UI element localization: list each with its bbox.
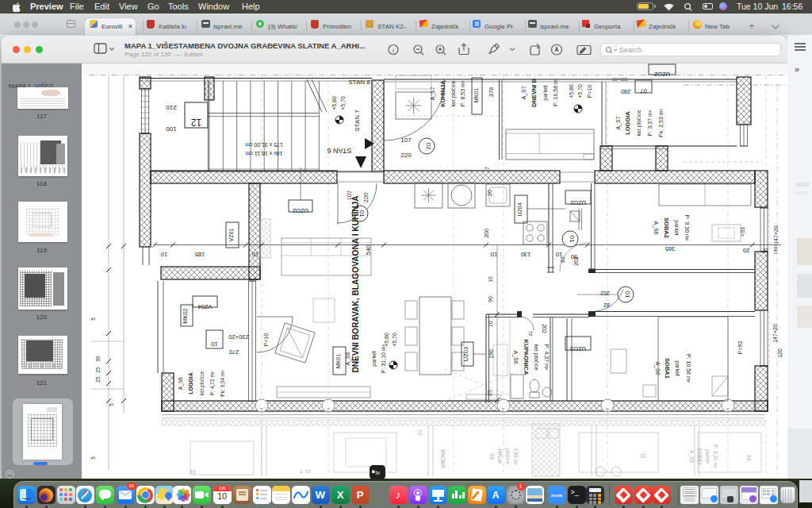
- svg-text:93: 93: [746, 455, 752, 461]
- svg-text:7: 7: [485, 167, 490, 170]
- svg-text:UZ03: UZ03: [462, 347, 469, 361]
- svg-text:4: 4: [605, 406, 609, 414]
- svg-text:147+20: 147+20: [772, 324, 778, 343]
- svg-text:120: 120: [777, 348, 783, 358]
- svg-text:ker.pločice: ker.pločice: [533, 344, 539, 370]
- svg-text:P=10: P=10: [587, 85, 592, 98]
- svg-text:90: 90: [488, 296, 493, 302]
- svg-text:10: 10: [491, 251, 497, 258]
- svg-text:25: 25: [487, 390, 492, 396]
- svg-text:02: 02: [425, 143, 432, 150]
- svg-text:Pk: 2,53 m²: Pk: 2,53 m²: [658, 108, 664, 137]
- svg-text:210: 210: [166, 104, 177, 111]
- svg-text:5: 5: [109, 403, 114, 406]
- svg-text:10: 10: [488, 321, 493, 327]
- svg-text:A_S6: A_S6: [178, 377, 184, 390]
- svg-text:A_S9: A_S9: [688, 450, 695, 463]
- svg-text:72: 72: [528, 331, 533, 337]
- svg-text:A_S6: A_S6: [654, 361, 661, 375]
- svg-text:UZO2: UZO2: [293, 207, 308, 214]
- svg-text:A_S6: A_S6: [512, 350, 519, 364]
- svg-text:330+05: 330+05: [611, 77, 628, 82]
- svg-text:parket: parket: [704, 449, 710, 464]
- svg-text:ker.pločice: ker.pločice: [636, 110, 642, 136]
- svg-text:1: 1: [259, 406, 263, 414]
- svg-text:30: 30: [95, 356, 101, 362]
- svg-text:10: 10: [488, 276, 493, 283]
- svg-text:5: 5: [90, 318, 96, 321]
- svg-text:185: 185: [195, 251, 205, 258]
- svg-text:S9: S9: [489, 453, 495, 460]
- svg-text:UZ04: UZ04: [517, 202, 523, 216]
- svg-text:parket: parket: [673, 220, 680, 236]
- svg-text:07: 07: [640, 87, 646, 94]
- svg-text:MK01: MK01: [473, 88, 479, 102]
- svg-text:220: 220: [400, 152, 412, 159]
- svg-text:LOGGIA: LOGGIA: [188, 372, 193, 394]
- svg-text:STAN 6: STAN 6: [327, 147, 352, 155]
- svg-text:12: 12: [191, 117, 202, 128]
- svg-text:P: 10,58 m²: P: 10,58 m²: [686, 354, 691, 383]
- svg-text:ker.pločice: ker.pločice: [199, 371, 205, 395]
- svg-text:20: 20: [743, 247, 749, 254]
- svg-text:175 x 31,00 cm: 175 x 31,00 cm: [245, 142, 283, 148]
- svg-text:A_S7: A_S7: [430, 87, 436, 100]
- svg-text:+5,70: +5,70: [392, 333, 397, 347]
- svg-text:202: 202: [600, 291, 610, 296]
- svg-text:KUPAONICA: KUPAONICA: [523, 340, 530, 375]
- svg-text:UZO2: UZO2: [570, 199, 586, 206]
- svg-text:HINJA: HINJA: [497, 449, 503, 464]
- svg-text:10: 10: [161, 251, 167, 258]
- svg-text:202: 202: [542, 324, 547, 333]
- svg-text:UZO2: UZO2: [654, 71, 670, 78]
- svg-text:10: 10: [211, 341, 217, 348]
- svg-text:02: 02: [190, 469, 196, 475]
- svg-text:20: 20: [487, 190, 492, 196]
- svg-text:+5,80: +5,80: [331, 96, 337, 110]
- svg-text:3: 3: [501, 406, 505, 414]
- svg-text:+5,80: +5,80: [569, 84, 574, 98]
- svg-text:parket: parket: [371, 351, 377, 367]
- svg-text:280: 280: [621, 88, 631, 95]
- svg-text:P: 8,53 m²: P: 8,53 m²: [460, 80, 465, 106]
- svg-text:parket: parket: [674, 360, 680, 376]
- svg-text:DNEVNI BORAVAK, BLAGOVAONA I K: DNEVNI BORAVAK, BLAGOVAONA I KUHINJA: [351, 195, 360, 373]
- svg-text:365: 365: [665, 245, 676, 252]
- svg-text:P: 9,30 m²: P: 9,30 m²: [684, 215, 690, 241]
- svg-text:STAN 7: STAN 7: [354, 110, 361, 132]
- svg-text:378: 378: [488, 87, 495, 98]
- svg-text:18v x 16,11 cm: 18v x 16,11 cm: [245, 151, 282, 156]
- svg-text:P=10: P=10: [263, 333, 269, 347]
- svg-text:02, 5: 02, 5: [300, 469, 311, 474]
- svg-text:01: 01: [569, 236, 576, 243]
- svg-text:pločice: pločice: [504, 448, 511, 465]
- svg-text:200: 200: [484, 229, 489, 238]
- svg-text:130: 130: [521, 251, 531, 258]
- svg-text:MK02: MK02: [182, 308, 189, 324]
- svg-text:DNEVNI B: DNEVNI B: [530, 79, 538, 107]
- svg-text:P=93: P=93: [737, 341, 743, 355]
- svg-text:A_S6: A_S6: [345, 352, 351, 365]
- svg-text:10: 10: [640, 453, 646, 459]
- svg-text:STAN 8: STAN 8: [348, 79, 370, 86]
- svg-text:VAONA: VAONA: [440, 449, 446, 468]
- svg-text:i: i: [393, 46, 395, 54]
- svg-text:P: 4,72 m²: P: 4,72 m²: [209, 371, 215, 395]
- svg-text:10: 10: [763, 248, 768, 254]
- svg-text:+5,70: +5,70: [577, 84, 583, 98]
- svg-text:A_S7: A_S7: [521, 86, 527, 99]
- svg-text:tv: tv: [376, 470, 381, 475]
- svg-text:SOBA2: SOBA2: [663, 217, 670, 238]
- svg-text:20: 20: [417, 429, 423, 436]
- svg-text:P: 9,20 m²: P: 9,20 m²: [713, 444, 718, 469]
- svg-text:P: 4,37 m²: P: 4,37 m²: [544, 344, 550, 371]
- svg-text:107: 107: [400, 137, 412, 144]
- svg-text:147+20: 147+20: [773, 225, 779, 244]
- svg-text:25: 25: [95, 367, 101, 373]
- svg-text:25: 25: [95, 376, 101, 383]
- svg-text:P: 3,37 m²: P: 3,37 m²: [647, 110, 653, 136]
- svg-text:100: 100: [166, 125, 177, 133]
- svg-text:P: 31,10 m²: P: 31,10 m²: [381, 344, 386, 373]
- svg-text:parket: parket: [542, 85, 549, 101]
- svg-text:10: 10: [252, 251, 259, 258]
